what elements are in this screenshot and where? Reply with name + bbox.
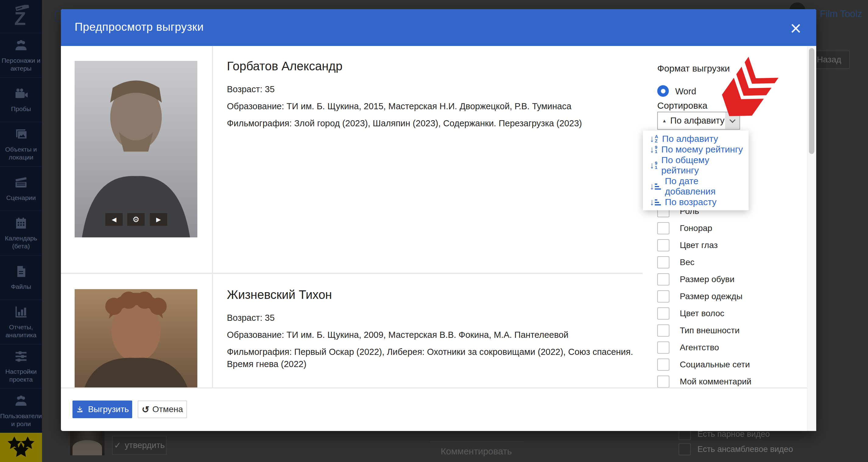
sort-select[interactable]: ▲ По алфавиту [657,112,740,130]
stars-logo [0,433,42,462]
actor-name: Жизневский Тихон [227,288,635,302]
sidebar-item-label: Календарь (бета) [2,234,40,250]
sort-option-age[interactable]: ↓ По возрасту [650,197,749,207]
actor-card: Жизневский Тихон Возраст: 35 Образование… [227,288,635,370]
approve-button[interactable]: ✓ утвердить [112,436,166,455]
field-row: Вес [657,254,694,271]
word-radio[interactable] [657,85,669,97]
export-preview-modal: Предпросмотр выгрузки × ◀ ⚙ ▶ Горбатов А… [61,9,816,431]
field-checkbox[interactable] [657,307,670,320]
brand-title: Film Toolz [820,8,862,20]
sort-option-alphabet[interactable]: ↓AZ По алфавиту [650,134,749,144]
ensemble-video-checkbox[interactable] [679,443,691,455]
field-checkbox[interactable] [657,222,670,234]
ensemble-video-label: Есть ансамблевое видео [698,444,793,454]
sliders-icon [14,349,28,364]
field-row: Цвет глаз [657,237,718,254]
photo-next-button[interactable]: ▶ [150,213,167,226]
modal-header: Предпросмотр выгрузки × [61,9,816,46]
sort-option-date-added[interactable]: ↓ По дате добавления [650,176,749,197]
field-checkbox[interactable] [657,239,670,252]
sort-option-label: По возрасту [665,197,717,207]
photo-prev-button[interactable]: ◀ [105,213,123,226]
actor-photo: ◀ ⚙ ▶ [74,61,197,237]
sort-number-icon: ↓91 [650,145,657,154]
field-checkbox[interactable] [657,359,670,371]
field-label: Гонорар [680,223,712,233]
comment-input[interactable]: Комментировать [441,446,512,457]
cancel-button[interactable]: ↺ Отмена [138,400,187,418]
app-logo[interactable]: Z [0,0,42,33]
sidebar-item-label: Отчеты, аналитика [2,323,40,339]
export-button[interactable]: Выгрузить [72,400,132,418]
sidebar-item-locations[interactable]: Объекты и локации [0,122,42,166]
field-checkbox[interactable] [657,341,670,354]
sidebar: Z Персонажи и актеры Пробы Объекты и лок… [0,0,42,462]
sidebar-item-settings[interactable]: Настройки проекта [0,344,42,388]
sidebar-item-label: Персонажи и актеры [2,57,40,72]
sort-option-my-rating[interactable]: ↓91 По моему рейтингу [650,144,749,155]
photo-settings-button[interactable]: ⚙ [127,213,145,226]
cancel-button-label: Отмена [152,404,183,414]
actor-thumbnail[interactable] [70,430,104,455]
portrait-placeholder [74,61,197,237]
field-label: Размер обуви [680,274,735,284]
field-checkbox[interactable] [657,324,670,337]
card-row-divider [61,273,643,274]
sidebar-item-reports[interactable]: Отчеты, аналитика [0,299,42,344]
sidebar-item-label: Настройки проекта [2,368,40,384]
actor-age: Возраст: 35 [227,312,635,324]
sidebar-item-files[interactable]: Файлы [0,255,42,299]
sort-select-dropdown-button[interactable] [725,112,740,129]
three-stars-icon [3,435,39,460]
field-checkbox[interactable] [657,256,670,268]
field-checkbox[interactable] [657,273,670,286]
z-clapper-logo-icon: Z [10,5,32,28]
ensemble-video-row: Есть ансамблевое видео [679,443,793,455]
sort-amount-icon: ↓ [650,198,661,206]
comment-divider [430,441,524,442]
field-checkbox[interactable] [657,375,670,388]
sidebar-item-label: Файлы [11,283,31,291]
sort-option-overall-rating[interactable]: ↓91 По общему рейтингу [650,155,749,176]
actor-filmography: Фильмография: Злой город (2023), Шаляпин… [227,117,632,129]
sidebar-item-scripts[interactable]: Сценарии [0,166,42,210]
clapper-icon [14,175,28,190]
sidebar-item-auditions[interactable]: Пробы [0,77,42,122]
sort-option-label: По дате добавления [665,176,749,197]
approve-label: утвердить [125,440,165,450]
export-button-label: Выгрузить [88,404,129,414]
format-section-label: Формат выгрузки [657,63,730,74]
sidebar-item-calendar[interactable]: Календарь (бета) [0,210,42,255]
triangle-up-icon: ▲ [662,118,667,123]
file-icon [14,264,28,279]
word-radio-label: Word [675,87,696,97]
actor-card: Горбатов Александр Возраст: 35 Образован… [227,59,632,129]
image-icon [14,127,28,141]
close-icon[interactable]: × [785,18,806,39]
sort-selected-value: По алфавиту [670,116,724,126]
field-label: Мой комментарий [680,377,751,387]
field-checkbox[interactable] [657,290,670,302]
sidebar-item-actors[interactable]: Персонажи и актеры [0,33,42,77]
next-icon: ▶ [156,216,161,223]
field-label: Цвет глаз [680,240,718,250]
field-label: Социальные сети [680,360,750,369]
actor-name: Горбатов Александр [227,59,632,73]
modal-scrollbar-thumb[interactable] [809,48,814,154]
sidebar-item-label: Пробы [11,105,31,113]
actor-education: Образование: ТИ им. Б. Щукина, 2015, Мас… [227,100,632,112]
chart-icon [14,305,28,319]
sidebar-item-label: Объекты и локации [2,145,40,161]
undo-icon: ↺ [142,404,149,415]
field-row: Социальные сети [657,356,750,373]
field-row: Гонорар [657,220,712,237]
sort-number-icon: ↓91 [650,161,657,169]
actor-photo [74,289,197,388]
sort-option-label: По алфавиту [662,134,718,144]
modal-title: Предпросмотр выгрузки [74,21,204,33]
actor-education: Образование: ТИ им. Б. Щукина, 2009, Мас… [227,329,635,341]
sidebar-item-users-roles[interactable]: Пользователи и роли [0,388,42,433]
gear-icon: ⚙ [132,215,140,224]
people-icon [14,38,28,53]
